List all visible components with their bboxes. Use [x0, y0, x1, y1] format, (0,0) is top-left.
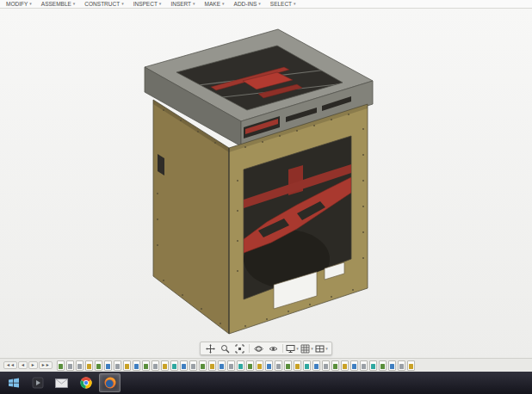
joint-feature-icon — [390, 364, 394, 369]
menu-item-modify[interactable]: MODIFY ▾ — [6, 1, 32, 7]
menu-bar: MODIFY ▾ ASSEMBLE ▾ CONSTRUCT ▾ INSPECT … — [0, 0, 532, 9]
extrude-feature-icon — [362, 364, 366, 369]
appearance-feature-icon — [238, 364, 243, 369]
appearance-feature-icon — [305, 364, 309, 369]
play-button[interactable]: ► — [28, 361, 38, 369]
chevron-down-icon: ▾ — [311, 347, 313, 351]
menu-label: INSERT — [170, 1, 191, 7]
sketch-feature-icon — [96, 364, 101, 369]
timeline-operation-sketch[interactable] — [95, 360, 102, 371]
taskbar-item-media-player[interactable] — [27, 373, 48, 392]
timeline-operation-construct[interactable] — [256, 360, 263, 371]
taskbar-item-firefox[interactable] — [99, 373, 121, 392]
menu-label: MODIFY — [6, 1, 28, 7]
timeline-operation-joint[interactable] — [265, 360, 273, 371]
menu-item-make[interactable]: MAKE ▾ — [205, 1, 225, 7]
timeline-operation-extrude[interactable] — [398, 360, 405, 371]
timeline-operation-sketch[interactable] — [379, 360, 387, 371]
timeline-operation-sketch[interactable] — [199, 360, 207, 371]
timeline-operation-extrude[interactable] — [66, 360, 74, 371]
menu-item-inspect[interactable]: INSPECT ▾ — [133, 1, 162, 7]
extrude-feature-icon — [191, 364, 195, 369]
construct-feature-icon — [163, 364, 167, 369]
grid-display-button[interactable]: ▾ — [300, 343, 313, 354]
left-side-panel[interactable] — [153, 100, 229, 334]
timeline-operation-sketch[interactable] — [142, 360, 150, 371]
fit-button[interactable] — [233, 343, 246, 354]
timeline-operation-construct[interactable] — [407, 360, 415, 371]
go-to-start-button[interactable]: ◄◄ — [3, 361, 17, 369]
timeline-operation-construct[interactable] — [123, 360, 131, 371]
menu-label: ADD-INS — [234, 1, 257, 7]
timeline-operation-sketch[interactable] — [246, 360, 254, 371]
menu-label: INSPECT — [133, 1, 158, 7]
menu-item-insert[interactable]: INSERT ▾ — [170, 1, 195, 7]
timeline-operation-extrude[interactable] — [275, 360, 282, 371]
timeline-operation-extrude[interactable] — [322, 360, 330, 371]
menu-label: MAKE — [205, 1, 220, 7]
timeline-operation-construct[interactable] — [208, 360, 216, 371]
timeline-operation-appearance[interactable] — [170, 360, 178, 371]
timeline-operation-joint[interactable] — [133, 360, 140, 371]
timeline-operation-sketch[interactable] — [284, 360, 292, 371]
timeline-operation-joint[interactable] — [388, 360, 396, 371]
timeline-operation-joint[interactable] — [312, 360, 320, 371]
step-forward-button[interactable]: ►► — [39, 361, 53, 369]
look-at-button[interactable] — [267, 343, 280, 354]
display-settings-button[interactable]: ▾ — [286, 343, 299, 354]
construct-feature-icon — [87, 364, 91, 369]
step-back-button[interactable]: ◄ — [18, 361, 28, 369]
start-button[interactable] — [3, 373, 24, 392]
toolbar-divider — [249, 344, 250, 353]
construct-feature-icon — [257, 364, 262, 369]
chevron-down-icon: ▾ — [73, 2, 76, 6]
timeline-operation-extrude[interactable] — [114, 360, 121, 371]
windows-logo-icon — [8, 377, 20, 389]
timeline-operation-construct[interactable] — [85, 360, 93, 371]
extrude-feature-icon — [276, 364, 281, 369]
joint-feature-icon — [220, 364, 224, 369]
timeline-operation-extrude[interactable] — [76, 360, 84, 371]
menu-item-add-ins[interactable]: ADD-INS ▾ — [234, 1, 261, 7]
timeline-operation-appearance[interactable] — [369, 360, 377, 371]
menu-item-assemble[interactable]: ASSEMBLE ▾ — [41, 1, 76, 7]
timeline-operation-extrude[interactable] — [152, 360, 159, 371]
timeline-operation-appearance[interactable] — [237, 360, 244, 371]
viewports-button[interactable]: ▾ — [315, 343, 328, 354]
timeline-operation-sketch[interactable] — [331, 360, 339, 371]
taskbar — [0, 372, 532, 394]
design-canvas[interactable]: ▾ ▾ ▾ — [0, 9, 532, 358]
extrude-feature-icon — [115, 364, 120, 369]
joint-feature-icon — [134, 364, 139, 369]
orbit-button[interactable] — [252, 343, 265, 354]
timeline-operation-appearance[interactable] — [303, 360, 311, 371]
model-3d-printer[interactable] — [0, 9, 532, 358]
sketch-feature-icon — [201, 364, 205, 369]
mail-icon — [55, 379, 68, 388]
timeline: ◄◄ ◄ ► ►► — [0, 358, 532, 372]
joint-feature-icon — [106, 364, 110, 369]
pan-icon — [206, 344, 215, 354]
timeline-operations — [57, 360, 415, 371]
timeline-operation-joint[interactable] — [350, 360, 358, 371]
timeline-operation-joint[interactable] — [104, 360, 112, 371]
toolbar-divider — [282, 344, 283, 353]
taskbar-item-mail[interactable] — [51, 373, 72, 392]
timeline-operation-construct[interactable] — [341, 360, 349, 371]
timeline-operation-joint[interactable] — [180, 360, 188, 371]
menu-item-select[interactable]: SELECT ▾ — [270, 1, 296, 7]
pan-button[interactable] — [204, 343, 217, 354]
sketch-feature-icon — [333, 364, 337, 369]
timeline-operation-extrude[interactable] — [227, 360, 235, 371]
timeline-operation-extrude[interactable] — [360, 360, 368, 371]
timeline-operation-construct[interactable] — [161, 360, 169, 371]
taskbar-item-chrome[interactable] — [75, 373, 96, 392]
construct-feature-icon — [343, 364, 347, 369]
timeline-operation-joint[interactable] — [218, 360, 226, 371]
timeline-operation-sketch[interactable] — [57, 360, 65, 371]
timeline-operation-construct[interactable] — [294, 360, 301, 371]
menu-item-construct[interactable]: CONSTRUCT ▾ — [84, 1, 123, 7]
timeline-operation-extrude[interactable] — [189, 360, 197, 371]
extrude-feature-icon — [153, 364, 158, 369]
zoom-button[interactable] — [219, 343, 232, 354]
